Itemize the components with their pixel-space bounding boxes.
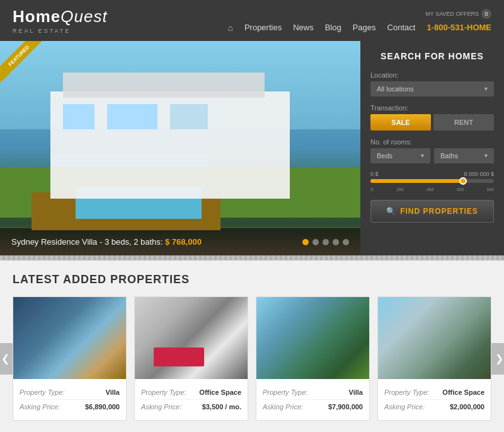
dot-3[interactable] — [323, 239, 329, 245]
price-max: 8 000 000 $ — [464, 171, 494, 177]
prop-type-row-3: Property Type: Villa — [263, 385, 363, 400]
hero-section: Sydney Residence Villa - 3 beds, 2 baths… — [0, 41, 504, 255]
property-image-1 — [13, 297, 126, 379]
rooms-label: No. of rooms: — [370, 138, 494, 146]
price-value-1: $6,890,000 — [85, 403, 120, 411]
property-card-2[interactable]: Property Type: Office Space Asking Price… — [134, 296, 248, 421]
hero-caption-text: Sydney Residence Villa - 3 beds, 2 baths… — [11, 237, 202, 247]
type-label-4: Property Type: — [384, 388, 429, 396]
price-labels: 0 $ 8 000 000 $ — [370, 171, 494, 177]
search-panel: SEARCH FOR HOMES Location: All locations… — [360, 41, 504, 255]
property-image-3 — [256, 297, 369, 379]
location-field: Location: All locations — [370, 71, 494, 96]
type-label-3: Property Type: — [263, 388, 307, 396]
property-info-2: Property Type: Office Space Asking Price… — [135, 379, 248, 420]
type-value-3: Villa — [349, 388, 363, 396]
prop-type-row-1: Property Type: Villa — [20, 385, 120, 400]
window-1 — [63, 104, 94, 129]
type-label-2: Property Type: — [141, 388, 186, 396]
latest-section: LATEST ADDED PROPERTIES ❮ Property Type:… — [0, 260, 504, 432]
price-label-3: Asking Price: — [263, 403, 303, 411]
prop-type-row-2: Property Type: Office Space — [141, 385, 241, 400]
find-label: FIND PROPERTIES — [400, 207, 478, 216]
location-label: Location: — [370, 71, 494, 79]
price-range: 0 $ 8 000 000 $ 0 2M 4M 6M 8M — [370, 171, 494, 192]
logo-subtitle: REAL ESTATE — [13, 28, 108, 34]
nav-news[interactable]: News — [293, 23, 314, 32]
home-icon[interactable]: ⌂ — [227, 23, 232, 33]
dot-5[interactable] — [343, 239, 349, 245]
baths-select[interactable]: Baths — [434, 148, 494, 163]
logo: HomeQuest REAL ESTATE — [13, 7, 108, 34]
dot-4[interactable] — [333, 239, 339, 245]
property-info-4: Property Type: Office Space Asking Price… — [378, 379, 491, 420]
transaction-field: Transaction: SALE RENT — [370, 104, 494, 131]
baths-select-wrapper: Baths — [434, 148, 494, 163]
dot-2[interactable] — [312, 239, 319, 245]
type-label-1: Property Type: — [20, 388, 64, 396]
main-nav: ⌂ Properties News Blog Pages Contact 1-8… — [227, 23, 491, 33]
find-icon: 🔍 — [386, 207, 396, 216]
slider-thumb[interactable] — [459, 177, 467, 185]
hero-dots — [302, 239, 349, 245]
separator-bar — [0, 255, 504, 260]
saved-offers-label: MY SAVED OFFERS — [425, 11, 479, 17]
header: HomeQuest REAL ESTATE MY SAVED OFFERS 0 … — [0, 0, 504, 41]
prev-arrow[interactable]: ❮ — [0, 343, 13, 375]
saved-offers: MY SAVED OFFERS 0 — [425, 9, 491, 19]
axis-6m: 6M — [457, 187, 464, 192]
price-value-2: $3,500 / mo. — [202, 403, 241, 411]
price-label-1: Asking Price: — [20, 403, 60, 411]
price-label-2: Asking Price: — [141, 403, 181, 411]
location-select[interactable]: All locations — [370, 81, 494, 96]
latest-title: LATEST ADDED PROPERTIES — [13, 273, 491, 286]
properties-row: ❮ Property Type: Villa Asking Price: $6,… — [13, 296, 491, 421]
nav-blog[interactable]: Blog — [325, 23, 341, 32]
axis-8m: 8M — [487, 187, 494, 192]
rooms-field: No. of rooms: Beds Baths — [370, 138, 494, 163]
next-arrow[interactable]: ❯ — [491, 343, 504, 375]
property-card-4[interactable]: Property Type: Office Space Asking Price… — [377, 296, 491, 421]
header-right: MY SAVED OFFERS 0 ⌂ Properties News Blog… — [227, 9, 491, 33]
hero-price: $ 768,000 — [165, 237, 202, 247]
featured-badge — [0, 41, 44, 85]
phone-number: 1-800-531-HOME — [427, 23, 491, 32]
caption-description: Sydney Residence Villa - 3 beds, 2 baths… — [11, 237, 163, 247]
prop-type-row-4: Property Type: Office Space — [384, 385, 484, 400]
axis-0: 0 — [370, 187, 373, 192]
property-image-4 — [378, 297, 491, 379]
axis-2m: 2M — [396, 187, 403, 192]
hero-image — [0, 41, 360, 255]
logo-text: HomeQuest — [13, 7, 108, 26]
price-value-3: $7,900,000 — [328, 403, 363, 411]
prop-price-row-4: Asking Price: $2,000,000 — [384, 400, 484, 414]
nav-properties[interactable]: Properties — [244, 23, 282, 32]
location-select-wrapper: All locations — [370, 81, 494, 96]
sale-button[interactable]: SALE — [370, 114, 431, 131]
prop-price-row-2: Asking Price: $3,500 / mo. — [141, 400, 241, 414]
window-3 — [170, 104, 208, 129]
window-2 — [107, 104, 158, 129]
nav-contact[interactable]: Contact — [387, 23, 416, 32]
property-image-2 — [135, 297, 248, 379]
slider-fill — [370, 179, 463, 183]
property-card-3[interactable]: Property Type: Villa Asking Price: $7,90… — [256, 296, 370, 421]
saved-count-badge: 0 — [481, 9, 491, 19]
prop-price-row-3: Asking Price: $7,900,000 — [263, 400, 363, 414]
hero-caption: Sydney Residence Villa - 3 beds, 2 baths… — [0, 228, 360, 255]
type-value-2: Office Space — [199, 388, 241, 396]
property-card-1[interactable]: Property Type: Villa Asking Price: $6,89… — [13, 296, 127, 421]
beds-select[interactable]: Beds — [370, 148, 430, 163]
transaction-label: Transaction: — [370, 104, 494, 112]
find-properties-button[interactable]: 🔍 FIND PROPERTIES — [370, 200, 494, 223]
price-slider-track[interactable] — [370, 179, 494, 183]
building-top — [63, 73, 265, 98]
dot-1[interactable] — [302, 239, 309, 245]
rent-button[interactable]: RENT — [433, 114, 494, 131]
nav-pages[interactable]: Pages — [353, 23, 376, 32]
search-title: SEARCH FOR HOMES — [370, 51, 494, 61]
price-min: 0 $ — [370, 171, 379, 177]
type-value-4: Office Space — [442, 388, 484, 396]
prop-price-row-1: Asking Price: $6,890,000 — [20, 400, 120, 414]
axis-4m: 4M — [427, 187, 433, 192]
